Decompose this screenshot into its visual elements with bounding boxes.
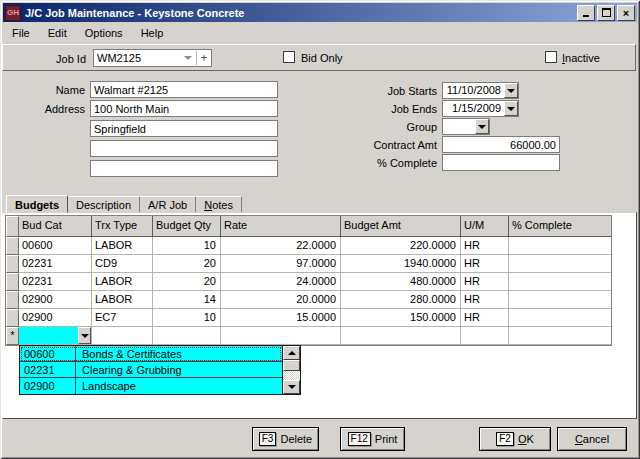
cell-pct-complete[interactable] xyxy=(509,273,611,291)
cell-rate[interactable]: 24.0000 xyxy=(221,273,341,291)
job-ends-field[interactable]: 1/15/2009 xyxy=(442,100,519,117)
group-combo[interactable] xyxy=(442,118,490,135)
f3-keycap: F3 xyxy=(259,432,277,446)
cell-budget-qty[interactable]: 20 xyxy=(153,255,221,273)
cell-budget-qty[interactable]: 10 xyxy=(153,309,221,327)
cell-budget-qty[interactable]: 20 xyxy=(153,273,221,291)
menu-edit[interactable]: Edit xyxy=(39,25,76,41)
scroll-down-button[interactable] xyxy=(283,380,300,394)
cell-budget-amt[interactable]: 1940.0000 xyxy=(341,255,461,273)
dropdown-scrollbar[interactable] xyxy=(282,346,300,394)
print-button-label: Print xyxy=(375,433,398,445)
scrollbar-track[interactable] xyxy=(283,371,300,380)
cell-um[interactable]: HR xyxy=(461,309,509,327)
address-line1-field[interactable] xyxy=(90,100,278,117)
job-starts-label: Job Starts xyxy=(330,85,437,97)
cell-empty[interactable] xyxy=(509,327,611,345)
row-selector[interactable] xyxy=(6,237,19,255)
group-dropdown-icon[interactable] xyxy=(475,119,489,134)
cell-budget-amt[interactable]: 220.0000 xyxy=(341,237,461,255)
cell-pct-complete[interactable] xyxy=(509,255,611,273)
name-field[interactable] xyxy=(90,81,278,98)
table-row: 02900 LABOR 14 20.0000 280.0000 HR xyxy=(6,291,611,309)
list-item[interactable]: 02231 Clearing & Grubbing xyxy=(20,362,282,378)
scroll-up-button[interactable] xyxy=(283,346,300,360)
list-item[interactable]: 00600 Bonds & Certificates xyxy=(20,346,282,362)
cell-trx-type[interactable]: EC7 xyxy=(92,309,153,327)
new-row-bud-cat-editor[interactable] xyxy=(19,327,92,345)
cell-rate[interactable]: 20.0000 xyxy=(221,291,341,309)
list-item[interactable]: 02900 Landscape xyxy=(20,378,282,394)
cell-um[interactable]: HR xyxy=(461,255,509,273)
menu-file[interactable]: File xyxy=(3,25,39,41)
inactive-checkbox[interactable] xyxy=(545,51,557,63)
cell-bud-cat[interactable]: 02900 xyxy=(19,291,92,309)
address-line3-field[interactable] xyxy=(90,140,278,157)
cancel-button[interactable]: Cancel xyxy=(557,427,627,451)
cell-budget-amt[interactable]: 280.0000 xyxy=(341,291,461,309)
job-starts-dropdown-icon[interactable] xyxy=(504,83,518,98)
cell-bud-cat[interactable]: 02231 xyxy=(19,255,92,273)
cell-um[interactable]: HR xyxy=(461,237,509,255)
title-bar[interactable]: GH J/C Job Maintenance - Keystone Concre… xyxy=(3,3,637,22)
col-header-trx-type: Trx Type xyxy=(92,216,153,237)
cell-pct-complete[interactable] xyxy=(509,309,611,327)
row-selector[interactable] xyxy=(6,255,19,273)
cell-bud-cat[interactable]: 00600 xyxy=(19,237,92,255)
job-id-combo[interactable]: WM2125 + xyxy=(93,49,212,67)
cell-empty[interactable] xyxy=(461,327,509,345)
delete-button-label: Delete xyxy=(280,433,312,445)
menu-options[interactable]: Options xyxy=(76,25,132,41)
tab-ar-job[interactable]: A/R Job xyxy=(140,196,196,212)
row-selector[interactable] xyxy=(6,309,19,327)
inactive-label: Inactive xyxy=(562,52,600,64)
address-line4-field[interactable] xyxy=(90,160,278,177)
cell-rate[interactable]: 97.0000 xyxy=(221,255,341,273)
cell-empty[interactable] xyxy=(341,327,461,345)
job-ends-dropdown-icon[interactable] xyxy=(504,101,518,116)
cell-budget-amt[interactable]: 150.0000 xyxy=(341,309,461,327)
cell-budget-amt[interactable]: 480.0000 xyxy=(341,273,461,291)
cell-trx-type[interactable]: CD9 xyxy=(92,255,153,273)
bid-only-checkbox[interactable] xyxy=(283,51,295,63)
job-id-add-button[interactable]: + xyxy=(196,51,211,65)
print-button[interactable]: F12 Print xyxy=(340,427,405,451)
cell-pct-complete[interactable] xyxy=(509,291,611,309)
address-line2-field[interactable] xyxy=(90,120,278,137)
cell-trx-type[interactable]: LABOR xyxy=(92,273,153,291)
ok-button[interactable]: F2 OK xyxy=(479,427,551,451)
cell-bud-cat[interactable]: 02231 xyxy=(19,273,92,291)
scrollbar-thumb[interactable] xyxy=(283,360,300,371)
row-selector[interactable] xyxy=(6,273,19,291)
cell-empty[interactable] xyxy=(153,327,221,345)
cell-budget-qty[interactable]: 10 xyxy=(153,237,221,255)
delete-button[interactable]: F3 Delete xyxy=(252,427,319,451)
job-starts-field[interactable]: 11/10/2008 xyxy=(442,82,519,99)
contract-amt-field[interactable] xyxy=(442,136,560,153)
cell-rate[interactable]: 15.0000 xyxy=(221,309,341,327)
cell-pct-complete[interactable] xyxy=(509,237,611,255)
maximize-button[interactable] xyxy=(597,5,615,21)
cell-empty[interactable] xyxy=(221,327,341,345)
job-id-dropdown-icon[interactable] xyxy=(180,56,196,60)
bud-cat-dropdown-button[interactable] xyxy=(78,327,91,344)
tab-strip: Budgets Description A/R Job Notes xyxy=(6,195,242,213)
cell-trx-type[interactable]: LABOR xyxy=(92,237,153,255)
row-selector[interactable] xyxy=(6,291,19,309)
cell-um[interactable]: HR xyxy=(461,273,509,291)
cell-trx-type[interactable]: LABOR xyxy=(92,291,153,309)
new-row-selector[interactable]: * xyxy=(6,327,19,345)
pct-complete-label: % Complete xyxy=(330,157,437,169)
menu-help[interactable]: Help xyxy=(132,25,173,41)
pct-complete-field[interactable] xyxy=(442,154,560,171)
cell-rate[interactable]: 22.0000 xyxy=(221,237,341,255)
cell-budget-qty[interactable]: 14 xyxy=(153,291,221,309)
tab-budgets[interactable]: Budgets xyxy=(6,195,68,213)
cell-bud-cat[interactable]: 02900 xyxy=(19,309,92,327)
tab-description[interactable]: Description xyxy=(68,196,140,212)
close-button[interactable]: × xyxy=(617,5,635,21)
cell-empty[interactable] xyxy=(92,327,153,345)
minimize-button[interactable] xyxy=(577,5,595,21)
tab-notes[interactable]: Notes xyxy=(196,196,242,212)
cell-um[interactable]: HR xyxy=(461,291,509,309)
